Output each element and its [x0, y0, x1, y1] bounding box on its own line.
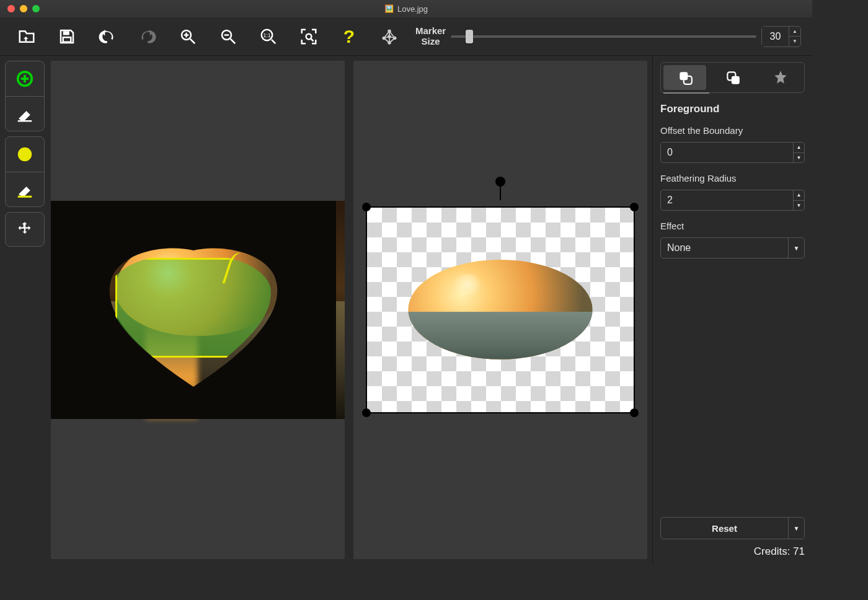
resize-handle-tr[interactable]: [630, 203, 639, 211]
feather-label: Feathering Radius: [660, 173, 805, 183]
tab-background[interactable]: [711, 65, 754, 90]
stepper-up[interactable]: ▲: [789, 27, 800, 37]
reset-button[interactable]: Reset: [661, 518, 788, 539]
add-marker-icon: [16, 69, 34, 88]
minimize-window-button[interactable]: [20, 5, 27, 12]
resize-handle-br[interactable]: [630, 408, 639, 417]
svg-line-10: [272, 40, 275, 43]
eraser-icon: [16, 105, 34, 123]
feather-up[interactable]: ▲: [794, 190, 804, 201]
save-icon: [58, 27, 76, 46]
effect-select[interactable]: None ▼: [660, 237, 805, 258]
resize-handle-tl[interactable]: [362, 203, 371, 211]
content-area: Foreground Offset the Boundary 0 ▲ ▼ Fea…: [0, 56, 812, 564]
svg-rect-29: [731, 76, 739, 84]
tab-foreground[interactable]: [663, 65, 706, 90]
save-button[interactable]: [46, 20, 87, 53]
feather-value[interactable]: 2: [661, 190, 793, 210]
zoom-in-button[interactable]: [167, 20, 208, 53]
stepper-down[interactable]: ▼: [789, 37, 800, 46]
marker-size-slider[interactable]: [448, 35, 761, 38]
chevron-down-icon: ▼: [788, 238, 804, 258]
reset-menu[interactable]: ▼: [788, 518, 804, 539]
svg-rect-1: [63, 37, 71, 42]
stepper-arrows: ▲ ▼: [789, 27, 800, 46]
source-canvas[interactable]: [51, 61, 345, 559]
yellow-marker-icon: [16, 145, 34, 164]
window-title: 🖼️ Love.jpg: [384, 4, 428, 14]
offset-value[interactable]: 0: [661, 143, 793, 162]
zoom-out-icon: [219, 27, 237, 46]
eraser-yellow-icon: [16, 180, 34, 199]
svg-text:1:1: 1:1: [263, 32, 270, 38]
add-marker-tool[interactable]: [6, 61, 44, 96]
close-window-button[interactable]: [7, 5, 15, 12]
open-button[interactable]: [6, 20, 46, 53]
marker-tools-group: [5, 61, 45, 131]
background-tab-icon: [725, 69, 741, 86]
credits-label: Credits: 71: [660, 545, 805, 558]
section-title: Foreground: [660, 103, 805, 115]
foreground-tab-icon: [677, 69, 693, 86]
move-tool[interactable]: [5, 212, 45, 247]
feather-stepper[interactable]: 2 ▲ ▼: [660, 190, 805, 211]
panel-tabs: [660, 62, 805, 93]
offset-stepper[interactable]: 0 ▲ ▼: [660, 142, 805, 163]
help-icon: ?: [340, 27, 358, 46]
move-icon: [16, 221, 33, 238]
tab-effects[interactable]: [759, 65, 802, 90]
marker-size-stepper[interactable]: 30 ▲ ▼: [761, 26, 801, 47]
preview-frame[interactable]: [361, 201, 640, 418]
tool-sidebar: [0, 56, 50, 564]
preview-image: [366, 206, 635, 413]
file-icon: 🖼️: [384, 4, 394, 13]
marker-size-label: Marker Size: [415, 26, 446, 46]
ai-button[interactable]: [369, 20, 409, 53]
effects-tab-icon: [773, 69, 789, 86]
zoom-fit-icon: [299, 27, 318, 46]
open-icon: [17, 27, 36, 46]
zoom-out-button[interactable]: [208, 20, 248, 53]
undo-icon: [98, 27, 117, 46]
help-button[interactable]: ?: [329, 20, 369, 53]
effect-value: None: [661, 238, 788, 258]
ai-nodes-icon: [380, 27, 399, 46]
svg-point-12: [306, 33, 311, 39]
main-toolbar: 1:1 ? Marker Size 30 ▲ ▼: [0, 17, 812, 56]
offset-label: Offset the Boundary: [660, 125, 805, 136]
properties-panel: Foreground Offset the Boundary 0 ▲ ▼ Fea…: [652, 56, 812, 564]
zoom-fit-button[interactable]: [288, 20, 329, 53]
svg-point-24: [18, 148, 32, 162]
redo-button[interactable]: [127, 20, 167, 53]
feather-down[interactable]: ▼: [794, 201, 804, 211]
zoom-actual-button[interactable]: 1:1: [248, 20, 288, 53]
selection-tools-group: [5, 136, 45, 207]
undo-button[interactable]: [87, 20, 127, 53]
canvas-area: [50, 56, 652, 564]
svg-rect-0: [63, 31, 69, 35]
window-title-text: Love.jpg: [397, 4, 428, 14]
offset-down[interactable]: ▼: [794, 153, 804, 163]
preview-canvas[interactable]: [353, 61, 647, 559]
reset-row: Reset ▼: [660, 517, 805, 539]
cutout-result: [404, 253, 596, 371]
maximize-window-button[interactable]: [32, 5, 40, 12]
source-image: [51, 201, 345, 419]
traffic-lights: [0, 5, 40, 12]
offset-up[interactable]: ▲: [794, 143, 804, 153]
resize-handle-bl[interactable]: [362, 408, 371, 417]
titlebar: 🖼️ Love.jpg: [0, 0, 812, 17]
svg-text:?: ?: [343, 27, 354, 46]
effect-label: Effect: [660, 221, 805, 231]
yellow-eraser-tool[interactable]: [6, 172, 44, 206]
svg-line-13: [311, 38, 313, 41]
zoom-1to1-icon: 1:1: [259, 27, 278, 46]
redo-icon: [138, 27, 157, 46]
svg-line-3: [190, 38, 195, 43]
marker-size-value[interactable]: 30: [762, 27, 789, 46]
yellow-marker-tool[interactable]: [6, 137, 44, 172]
zoom-in-icon: [179, 27, 197, 46]
svg-line-7: [230, 38, 235, 43]
rotate-handle[interactable]: [495, 177, 505, 187]
eraser-tool[interactable]: [6, 96, 44, 131]
